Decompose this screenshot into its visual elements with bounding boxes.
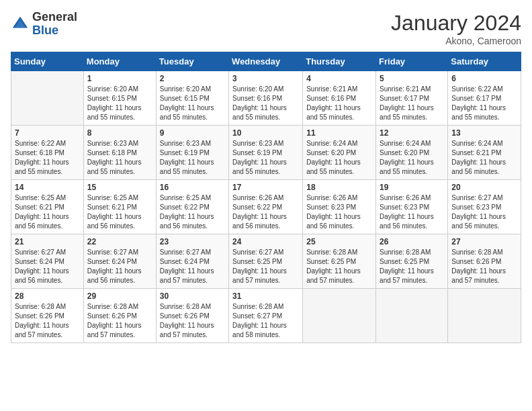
day-number: 17 [232, 183, 299, 192]
day-number: 26 [380, 237, 444, 246]
page-header: General Blue January 2024 Akono, Cameroo… [11, 11, 521, 46]
calendar-cell [448, 289, 521, 343]
day-info: Sunrise: 6:22 AM Sunset: 6:18 PM Dayligh… [15, 139, 80, 177]
calendar-cell [376, 289, 448, 343]
day-info: Sunrise: 6:28 AM Sunset: 6:25 PM Dayligh… [306, 248, 372, 285]
calendar-cell: 30Sunrise: 6:28 AM Sunset: 6:26 PM Dayli… [156, 289, 228, 343]
calendar-cell: 15Sunrise: 6:25 AM Sunset: 6:21 PM Dayli… [83, 180, 156, 234]
day-info: Sunrise: 6:24 AM Sunset: 6:21 PM Dayligh… [451, 139, 517, 177]
day-info: Sunrise: 6:28 AM Sunset: 6:27 PM Dayligh… [232, 302, 299, 340]
calendar-cell: 13Sunrise: 6:24 AM Sunset: 6:21 PM Dayli… [448, 126, 521, 180]
day-info: Sunrise: 6:27 AM Sunset: 6:25 PM Dayligh… [232, 248, 299, 285]
calendar-cell: 1Sunrise: 6:20 AM Sunset: 6:15 PM Daylig… [83, 71, 156, 126]
calendar-cell: 17Sunrise: 6:26 AM Sunset: 6:22 PM Dayli… [229, 180, 303, 234]
day-number: 14 [15, 183, 80, 192]
calendar-week-row: 7Sunrise: 6:22 AM Sunset: 6:18 PM Daylig… [11, 126, 521, 180]
calendar-cell: 12Sunrise: 6:24 AM Sunset: 6:20 PM Dayli… [376, 126, 448, 180]
weekday-header-sunday: Sunday [11, 52, 84, 71]
location: Akono, Cameroon [391, 36, 521, 46]
day-info: Sunrise: 6:25 AM Sunset: 6:21 PM Dayligh… [15, 193, 80, 231]
calendar-week-row: 21Sunrise: 6:27 AM Sunset: 6:24 PM Dayli… [11, 234, 521, 289]
logo: General Blue [11, 11, 77, 38]
logo-icon [11, 15, 30, 34]
day-info: Sunrise: 6:28 AM Sunset: 6:25 PM Dayligh… [380, 248, 444, 285]
day-number: 7 [15, 128, 80, 138]
day-info: Sunrise: 6:25 AM Sunset: 6:22 PM Dayligh… [160, 193, 225, 231]
day-info: Sunrise: 6:22 AM Sunset: 6:17 PM Dayligh… [451, 85, 517, 122]
calendar-cell: 8Sunrise: 6:23 AM Sunset: 6:18 PM Daylig… [83, 126, 156, 180]
day-info: Sunrise: 6:28 AM Sunset: 6:26 PM Dayligh… [87, 302, 152, 340]
calendar-cell: 11Sunrise: 6:24 AM Sunset: 6:20 PM Dayli… [303, 126, 376, 180]
calendar-table: SundayMondayTuesdayWednesdayThursdayFrid… [11, 52, 521, 343]
calendar-cell: 29Sunrise: 6:28 AM Sunset: 6:26 PM Dayli… [83, 289, 156, 343]
calendar-cell: 5Sunrise: 6:21 AM Sunset: 6:17 PM Daylig… [376, 71, 448, 126]
day-number: 27 [451, 237, 517, 246]
day-number: 5 [380, 74, 444, 83]
day-number: 24 [232, 237, 299, 246]
calendar-cell: 4Sunrise: 6:21 AM Sunset: 6:16 PM Daylig… [303, 71, 376, 126]
calendar-cell: 21Sunrise: 6:27 AM Sunset: 6:24 PM Dayli… [11, 234, 84, 289]
weekday-header-monday: Monday [83, 52, 156, 71]
day-number: 2 [160, 74, 225, 83]
day-number: 15 [87, 183, 152, 192]
day-number: 11 [306, 128, 372, 138]
day-info: Sunrise: 6:25 AM Sunset: 6:21 PM Dayligh… [87, 193, 152, 231]
weekday-header-friday: Friday [376, 52, 448, 71]
calendar-cell: 24Sunrise: 6:27 AM Sunset: 6:25 PM Dayli… [229, 234, 303, 289]
day-info: Sunrise: 6:21 AM Sunset: 6:17 PM Dayligh… [380, 85, 444, 122]
day-info: Sunrise: 6:26 AM Sunset: 6:23 PM Dayligh… [306, 193, 372, 231]
calendar-cell: 18Sunrise: 6:26 AM Sunset: 6:23 PM Dayli… [303, 180, 376, 234]
calendar-cell: 23Sunrise: 6:27 AM Sunset: 6:24 PM Dayli… [156, 234, 228, 289]
calendar-cell: 9Sunrise: 6:23 AM Sunset: 6:19 PM Daylig… [156, 126, 228, 180]
day-info: Sunrise: 6:26 AM Sunset: 6:22 PM Dayligh… [232, 193, 299, 231]
calendar-week-row: 28Sunrise: 6:28 AM Sunset: 6:26 PM Dayli… [11, 289, 521, 343]
day-number: 28 [15, 291, 80, 301]
weekday-header-thursday: Thursday [303, 52, 376, 71]
day-info: Sunrise: 6:28 AM Sunset: 6:26 PM Dayligh… [160, 302, 225, 340]
day-info: Sunrise: 6:27 AM Sunset: 6:23 PM Dayligh… [451, 193, 517, 231]
day-info: Sunrise: 6:27 AM Sunset: 6:24 PM Dayligh… [15, 248, 80, 285]
calendar-cell: 10Sunrise: 6:23 AM Sunset: 6:19 PM Dayli… [229, 126, 303, 180]
calendar-cell: 7Sunrise: 6:22 AM Sunset: 6:18 PM Daylig… [11, 126, 84, 180]
calendar-cell: 27Sunrise: 6:28 AM Sunset: 6:26 PM Dayli… [448, 234, 521, 289]
day-number: 20 [451, 183, 517, 192]
calendar-cell: 25Sunrise: 6:28 AM Sunset: 6:25 PM Dayli… [303, 234, 376, 289]
weekday-header-tuesday: Tuesday [156, 52, 228, 71]
day-number: 3 [232, 74, 299, 83]
calendar-cell: 28Sunrise: 6:28 AM Sunset: 6:26 PM Dayli… [11, 289, 84, 343]
weekday-header-row: SundayMondayTuesdayWednesdayThursdayFrid… [11, 52, 521, 71]
day-info: Sunrise: 6:21 AM Sunset: 6:16 PM Dayligh… [306, 85, 372, 122]
calendar-cell: 26Sunrise: 6:28 AM Sunset: 6:25 PM Dayli… [376, 234, 448, 289]
day-number: 22 [87, 237, 152, 246]
day-info: Sunrise: 6:20 AM Sunset: 6:15 PM Dayligh… [87, 85, 152, 122]
calendar-cell: 16Sunrise: 6:25 AM Sunset: 6:22 PM Dayli… [156, 180, 228, 234]
month-title: January 2024 [391, 11, 521, 36]
day-info: Sunrise: 6:24 AM Sunset: 6:20 PM Dayligh… [380, 139, 444, 177]
title-area: January 2024 Akono, Cameroon [391, 11, 521, 46]
calendar-cell: 3Sunrise: 6:20 AM Sunset: 6:16 PM Daylig… [229, 71, 303, 126]
calendar-cell: 2Sunrise: 6:20 AM Sunset: 6:15 PM Daylig… [156, 71, 228, 126]
day-info: Sunrise: 6:26 AM Sunset: 6:23 PM Dayligh… [380, 193, 444, 231]
day-info: Sunrise: 6:23 AM Sunset: 6:19 PM Dayligh… [232, 139, 299, 177]
day-info: Sunrise: 6:23 AM Sunset: 6:18 PM Dayligh… [87, 139, 152, 177]
day-number: 31 [232, 291, 299, 301]
day-info: Sunrise: 6:23 AM Sunset: 6:19 PM Dayligh… [160, 139, 225, 177]
calendar-week-row: 14Sunrise: 6:25 AM Sunset: 6:21 PM Dayli… [11, 180, 521, 234]
day-number: 12 [380, 128, 444, 138]
calendar-cell: 19Sunrise: 6:26 AM Sunset: 6:23 PM Dayli… [376, 180, 448, 234]
logo-blue-text: Blue [32, 24, 77, 38]
calendar-cell: 22Sunrise: 6:27 AM Sunset: 6:24 PM Dayli… [83, 234, 156, 289]
calendar-cell [11, 71, 84, 126]
calendar-body: 1Sunrise: 6:20 AM Sunset: 6:15 PM Daylig… [11, 71, 521, 343]
day-number: 18 [306, 183, 372, 192]
weekday-header-saturday: Saturday [448, 52, 521, 71]
day-number: 25 [306, 237, 372, 246]
day-number: 8 [87, 128, 152, 138]
day-number: 6 [451, 74, 517, 83]
day-info: Sunrise: 6:27 AM Sunset: 6:24 PM Dayligh… [87, 248, 152, 285]
day-number: 1 [87, 74, 152, 83]
day-info: Sunrise: 6:20 AM Sunset: 6:15 PM Dayligh… [160, 85, 225, 122]
calendar-cell [303, 289, 376, 343]
day-number: 16 [160, 183, 225, 192]
logo-general-text: General [32, 11, 77, 24]
